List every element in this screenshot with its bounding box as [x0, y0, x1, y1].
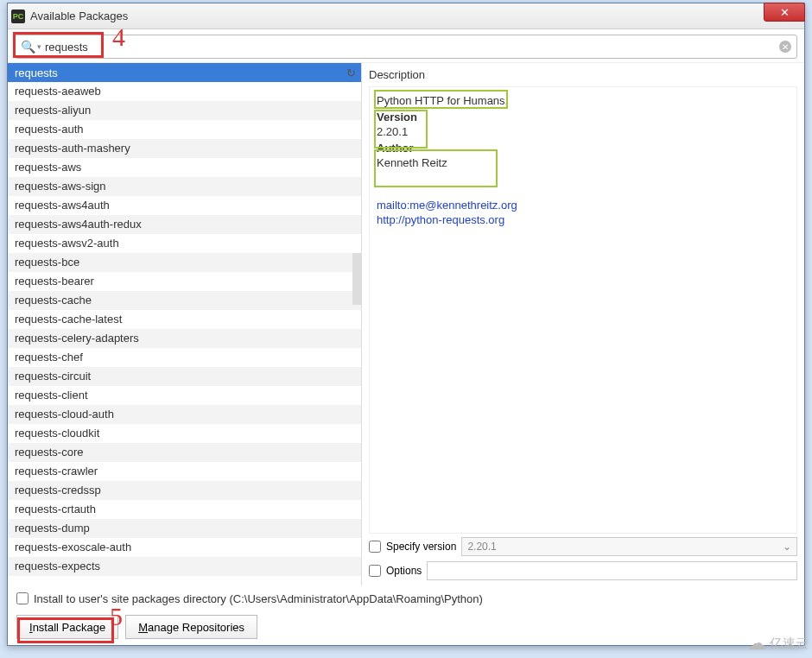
- search-icon: 🔍: [21, 40, 35, 54]
- manage-repositories-button[interactable]: Manage Repositories: [125, 615, 257, 639]
- scrollbar-thumb[interactable]: [352, 253, 361, 305]
- list-item[interactable]: requests-aeaweb: [8, 82, 361, 101]
- user-site-checkbox[interactable]: [16, 592, 29, 604]
- options-checkbox[interactable]: [369, 565, 381, 577]
- version-label: Version: [377, 111, 790, 123]
- search-dropdown-icon[interactable]: ▾: [37, 42, 41, 51]
- mailto-link[interactable]: mailto:me@kennethreitz.org: [377, 199, 790, 212]
- specify-version-checkbox[interactable]: [369, 541, 381, 553]
- search-input[interactable]: [45, 41, 779, 54]
- list-item[interactable]: requests-chef: [8, 348, 361, 367]
- list-item[interactable]: requests-celery-adapters: [8, 329, 361, 348]
- list-item[interactable]: requests-cloud-auth: [8, 405, 361, 424]
- list-item[interactable]: requests-auth: [8, 120, 361, 139]
- dialog-body: requests↻requests-aeawebrequests-aliyunr…: [8, 62, 804, 585]
- window-title: Available Packages: [30, 9, 128, 22]
- options-row: Options: [369, 558, 797, 582]
- close-button[interactable]: ✕: [764, 3, 805, 22]
- list-item[interactable]: requests-cache: [8, 291, 361, 310]
- description-body: Python HTTP for Humans. Version 2.20.1 A…: [369, 86, 797, 534]
- list-item[interactable]: requests-circuit: [8, 367, 361, 386]
- options-input[interactable]: [427, 561, 797, 580]
- list-item[interactable]: requests-cloudkit: [8, 424, 361, 443]
- options-label: Options: [386, 565, 422, 577]
- description-panel: Description Python HTTP for Humans. Vers…: [362, 63, 804, 585]
- install-package-button[interactable]: Install Package: [16, 615, 118, 639]
- list-item[interactable]: requests-aws4auth: [8, 196, 361, 215]
- specify-version-row: Specify version 2.20.1: [369, 534, 797, 558]
- package-list-panel: requests↻requests-aeawebrequests-aliyunr…: [8, 63, 362, 585]
- list-item[interactable]: requests-aliyun: [8, 101, 361, 120]
- homepage-link[interactable]: http://python-requests.org: [377, 213, 790, 226]
- list-item[interactable]: requests-cache-latest: [8, 310, 361, 329]
- list-item[interactable]: requests-exoscale-auth: [8, 538, 361, 557]
- list-item[interactable]: requests-auth-mashery: [8, 139, 361, 158]
- list-item[interactable]: requests-crawler: [8, 462, 361, 481]
- title-bar: PC Available Packages ✕: [8, 3, 804, 29]
- specify-version-label: Specify version: [386, 541, 456, 553]
- clear-search-icon[interactable]: ✕: [779, 41, 791, 53]
- list-item[interactable]: requests-bearer: [8, 272, 361, 291]
- list-item[interactable]: requests-client: [8, 386, 361, 405]
- list-item[interactable]: requests-expects: [8, 557, 361, 576]
- package-version: 2.20.1: [377, 125, 790, 138]
- list-item[interactable]: requests↻: [8, 63, 361, 82]
- annotation-box: [374, 110, 428, 149]
- search-bar: 🔍 ▾ ✕: [15, 35, 797, 59]
- user-site-row: Install to user's site packages director…: [16, 589, 796, 608]
- annotation-box: [374, 149, 498, 187]
- package-list[interactable]: requests↻requests-aeawebrequests-aliyunr…: [8, 63, 361, 585]
- button-row: Install Package Manage Repositories: [16, 615, 796, 639]
- list-item[interactable]: requests-credssp: [8, 481, 361, 500]
- bottom-panel: Install to user's site packages director…: [8, 585, 804, 642]
- list-item[interactable]: requests-awsv2-auth: [8, 234, 361, 253]
- list-item[interactable]: requests-core: [8, 443, 361, 462]
- list-item[interactable]: requests-aws: [8, 158, 361, 177]
- refresh-icon[interactable]: ↻: [346, 66, 356, 79]
- list-item[interactable]: requests-aws4auth-redux: [8, 215, 361, 234]
- app-icon: PC: [11, 9, 25, 23]
- user-site-label: Install to user's site packages director…: [34, 592, 483, 605]
- list-item[interactable]: requests-aws-sign: [8, 177, 361, 196]
- list-item[interactable]: requests-dump: [8, 519, 361, 538]
- annotation-box: [374, 90, 508, 109]
- dialog-window: PC Available Packages ✕ 🔍 ▾ ✕ requests↻r…: [7, 3, 805, 646]
- description-header: Description: [369, 66, 797, 86]
- version-select[interactable]: 2.20.1: [461, 537, 797, 556]
- list-item[interactable]: requests-bce: [8, 253, 361, 272]
- list-item[interactable]: requests-crtauth: [8, 500, 361, 519]
